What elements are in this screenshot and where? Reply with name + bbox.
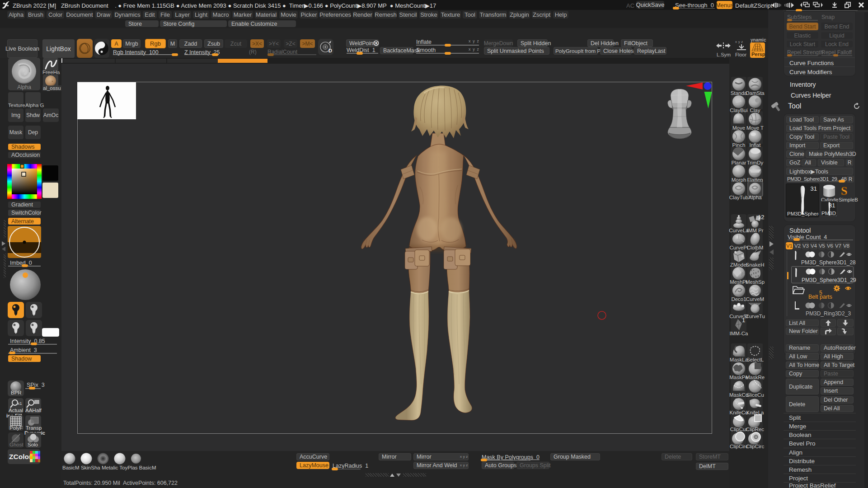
- svg-text:Move T: Move T: [746, 125, 764, 131]
- svg-text:TrimDy: TrimDy: [747, 160, 764, 165]
- svg-text:MaskRe: MaskRe: [746, 375, 765, 380]
- svg-text:ClipCirc: ClipCirc: [730, 444, 748, 449]
- svg-text:CurveLa: CurveLa: [729, 228, 749, 233]
- svg-text:CurveTu: CurveTu: [745, 314, 765, 319]
- svg-text:Inflat: Inflat: [750, 142, 761, 148]
- svg-text:DamSta: DamSta: [746, 90, 765, 96]
- svg-text:x1: x1: [18, 401, 22, 406]
- svg-text:S: S: [841, 184, 847, 197]
- svg-text:SnakeH: SnakeH: [746, 262, 765, 267]
- svg-text:ClipCur: ClipCur: [730, 427, 748, 432]
- svg-text:CurvePi: CurvePi: [730, 245, 748, 250]
- svg-text:KnifeCu: KnifeCu: [730, 410, 748, 415]
- svg-text:IMM Pr: IMM Pr: [746, 228, 763, 233]
- svg-text:1: 1: [742, 317, 745, 324]
- svg-text:MaskLa: MaskLa: [730, 357, 748, 362]
- svg-text:ClipCirc: ClipCirc: [746, 444, 765, 449]
- svg-text:Morph: Morph: [732, 177, 746, 183]
- svg-text:ClipRec: ClipRec: [746, 427, 765, 432]
- svg-text:Standa: Standa: [731, 90, 747, 96]
- svg-text:Planar: Planar: [731, 160, 746, 165]
- svg-text:Clay: Clay: [750, 108, 760, 113]
- svg-text:ClayBui: ClayBui: [730, 108, 748, 113]
- svg-text:SelectL: SelectL: [746, 357, 764, 362]
- svg-text:12: 12: [758, 214, 764, 221]
- svg-text:MeshSp: MeshSp: [746, 279, 765, 285]
- svg-text:CurveM: CurveM: [746, 296, 764, 302]
- svg-text:ZModel: ZModel: [730, 262, 747, 267]
- svg-text:Move: Move: [732, 125, 745, 131]
- svg-text:SliceCu: SliceCu: [746, 392, 764, 398]
- svg-text:MaskCu: MaskCu: [729, 392, 748, 398]
- svg-text:D: D: [328, 48, 332, 53]
- svg-text:Alpha: Alpha: [748, 195, 762, 200]
- svg-text:Pinch: Pinch: [732, 142, 746, 148]
- svg-text:ClayTub: ClayTub: [729, 195, 748, 200]
- svg-text:IMM-Ca: IMM-Ca: [730, 331, 748, 336]
- svg-text:ClothM: ClothM: [747, 245, 763, 250]
- svg-text:Deco1: Deco1: [731, 296, 746, 302]
